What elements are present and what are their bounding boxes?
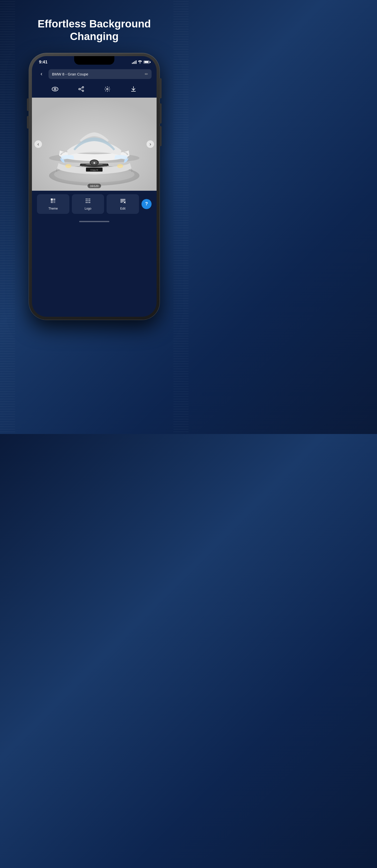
headline: Effortless Background Changing xyxy=(23,18,166,43)
next-arrow[interactable]: › xyxy=(146,141,154,148)
logo-icon xyxy=(85,198,91,205)
svg-point-5 xyxy=(82,90,84,92)
car-illustration: ⊕ Cropy AI xyxy=(32,98,157,191)
svg-rect-15 xyxy=(82,165,107,166)
phone-mockup: 9:41 ‹ BMW 8 - Gran Coupe xyxy=(29,53,160,320)
svg-point-30 xyxy=(86,200,87,201)
edit-button[interactable]: Edit xyxy=(107,194,139,214)
svg-rect-25 xyxy=(51,201,53,203)
nav-bar: ‹ BMW 8 - Gran Coupe ✏ xyxy=(32,67,157,82)
wifi-icon xyxy=(138,60,142,64)
status-time: 9:41 xyxy=(39,60,47,65)
svg-line-6 xyxy=(80,88,82,89)
svg-point-27 xyxy=(86,198,87,199)
theme-button[interactable]: Theme xyxy=(37,194,69,214)
download-icon[interactable] xyxy=(129,84,138,94)
status-icons xyxy=(132,60,149,64)
battery-icon xyxy=(143,61,149,64)
svg-point-28 xyxy=(88,198,89,199)
home-bar xyxy=(79,221,109,222)
share-icon[interactable] xyxy=(76,84,86,94)
preview-icon[interactable] xyxy=(50,84,60,94)
phone-notch xyxy=(74,56,114,65)
image-counter: 16/120 xyxy=(88,184,101,188)
theme-label: Theme xyxy=(48,207,58,210)
svg-point-22 xyxy=(117,164,123,168)
toolbar xyxy=(32,82,157,98)
nav-title: BMW 8 - Gran Coupe xyxy=(52,72,88,76)
svg-line-7 xyxy=(80,89,82,90)
svg-point-21 xyxy=(65,164,71,168)
svg-point-34 xyxy=(88,202,89,203)
signal-icon xyxy=(132,60,136,64)
svg-text:⊕: ⊕ xyxy=(93,161,95,164)
logo-label: Logo xyxy=(85,207,92,210)
svg-point-35 xyxy=(89,202,90,203)
svg-rect-24 xyxy=(53,198,55,200)
edit-title-icon[interactable]: ✏ xyxy=(145,72,148,76)
svg-point-8 xyxy=(107,88,108,90)
svg-point-32 xyxy=(89,200,90,201)
svg-point-31 xyxy=(88,200,89,201)
svg-rect-26 xyxy=(53,201,55,203)
home-indicator xyxy=(32,219,157,226)
svg-text:Cropy AI: Cropy AI xyxy=(91,169,98,171)
svg-point-2 xyxy=(55,89,56,89)
settings-icon[interactable] xyxy=(102,84,112,94)
svg-point-29 xyxy=(89,198,90,199)
bottom-toolbar: Theme xyxy=(32,191,157,219)
svg-point-4 xyxy=(79,88,80,90)
svg-point-33 xyxy=(86,202,87,203)
nav-title-box: BMW 8 - Gran Coupe ✏ xyxy=(48,69,151,79)
theme-icon xyxy=(50,198,56,205)
edit-icon xyxy=(120,198,126,205)
logo-button[interactable]: Logo xyxy=(72,194,104,214)
prev-arrow[interactable]: ‹ xyxy=(34,141,42,148)
car-image-area: ⊕ Cropy AI xyxy=(32,98,157,191)
svg-point-3 xyxy=(82,87,84,88)
svg-rect-23 xyxy=(51,198,53,200)
help-button[interactable]: ? xyxy=(141,199,151,209)
edit-label: Edit xyxy=(120,207,126,210)
back-button[interactable]: ‹ xyxy=(37,69,46,79)
